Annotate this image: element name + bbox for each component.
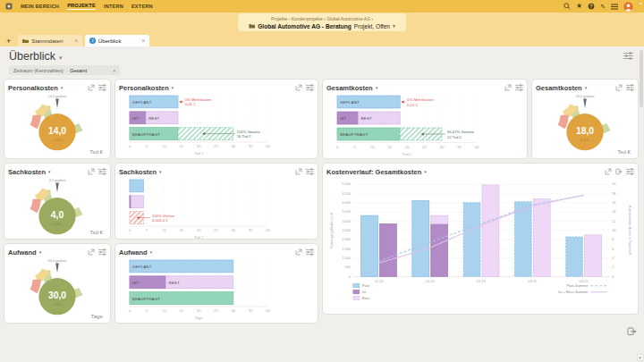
personalkosten-gauge-title[interactable]: Personalkosten▾: [8, 84, 63, 92]
nav-intern[interactable]: INTERN: [104, 4, 123, 9]
gauge-unit: Tsd €: [617, 148, 631, 155]
open-icon[interactable]: [88, 84, 95, 91]
open-icon[interactable]: [605, 168, 612, 175]
svg-text:66,67% Gewinn: 66,67% Gewinn: [447, 130, 475, 134]
svg-text:0,0%: 0,0%: [580, 138, 589, 142]
close-icon[interactable]: ×: [74, 38, 78, 44]
tab-stammdaten[interactable]: Stammdaten ×: [18, 35, 82, 46]
svg-text:Tage: Tage: [194, 316, 203, 320]
breadcrumb: Projekte › Kundenprojekte › Global Autom…: [238, 13, 406, 31]
svg-text:Kostengang (Balken) in €: Kostengang (Balken) in €: [330, 213, 334, 248]
help-icon[interactable]: ?: [588, 3, 595, 10]
open-icon[interactable]: [295, 168, 302, 175]
gauge-unit: Tage: [91, 313, 103, 319]
svg-text:BEAUFTRAGT: BEAUFTRAGT: [340, 132, 369, 137]
nav-projekte[interactable]: PROJEKTE: [67, 3, 96, 10]
chevron-down-icon: ▾: [172, 85, 174, 90]
svg-text:12.24: 12.24: [374, 279, 384, 283]
gesamtkosten-bars-card: Gesamtkosten▾0510152025303540GEPLANT0% M…: [322, 79, 528, 159]
kostenverlauf-title[interactable]: Kostenverlauf: Gesamtkosten▾: [326, 168, 427, 176]
svg-text:30: 30: [231, 308, 235, 313]
new-tab-button[interactable]: +: [6, 37, 11, 46]
scrollbar-thumb[interactable]: [640, 50, 644, 107]
settings-icon[interactable]: [98, 84, 106, 91]
svg-text:IST: IST: [340, 116, 347, 121]
aufwand-gauge-title[interactable]: Aufwand▾: [8, 248, 41, 257]
tab-ueberblick[interactable]: i Überblick ×: [85, 35, 149, 46]
svg-text:2.000: 2.000: [342, 238, 350, 241]
period-filter[interactable]: Zeitraum (Kennzahlen) Gesamt ▾: [9, 65, 120, 75]
settings-icon[interactable]: [306, 84, 314, 91]
search-icon[interactable]: [564, 3, 571, 10]
settings-icon[interactable]: [626, 84, 634, 91]
settings-icon[interactable]: [306, 248, 314, 256]
svg-text:12 Tsd €: 12 Tsd €: [447, 135, 462, 139]
dashboard-settings-icon[interactable]: [623, 52, 633, 60]
open-icon[interactable]: [504, 84, 512, 91]
svg-text:18,0 geplant: 18,0 geplant: [576, 95, 596, 98]
svg-text:40: 40: [475, 145, 479, 149]
gesamtkosten-gauge-title[interactable]: Gesamtkosten▾: [536, 84, 587, 92]
svg-text:20: 20: [197, 308, 201, 313]
user-avatar[interactable]: [623, 2, 633, 12]
gauge-unit: Tsd €: [89, 148, 103, 155]
open-icon[interactable]: [295, 248, 302, 256]
svg-text:25: 25: [214, 308, 218, 313]
nav-extern[interactable]: EXTERN: [131, 4, 153, 9]
svg-text:100% Verlust: 100% Verlust: [152, 214, 175, 218]
svg-text:10: 10: [370, 145, 375, 149]
settings-icon[interactable]: [306, 168, 314, 175]
settings-icon[interactable]: [515, 84, 523, 91]
chevron-down-icon[interactable]: ▾: [59, 55, 63, 62]
app-window: MEIN BEREICH PROJEKTE INTERN EXTERN ★ ? …: [0, 0, 644, 362]
personalkosten-bars-title[interactable]: Personalkosten▾: [119, 84, 174, 92]
breadcrumb-trail[interactable]: Projekte › Kundenprojekte › Global Autom…: [249, 16, 395, 21]
svg-text:0,0%: 0,0%: [53, 138, 62, 142]
chevron-down-icon: ▾: [376, 85, 378, 90]
svg-text:10: 10: [162, 308, 166, 313]
chevron-down-icon: ▾: [150, 249, 153, 255]
menu-icon[interactable]: [611, 4, 618, 10]
svg-text:35: 35: [457, 145, 462, 149]
svg-text:REST: REST: [360, 116, 372, 121]
gesamtkosten-bars-title[interactable]: Gesamtkosten▾: [326, 84, 377, 92]
settings-icon[interactable]: [98, 248, 106, 256]
chevron-down-icon: ▾: [159, 169, 162, 174]
svg-text:0: 0: [336, 145, 339, 149]
project-title[interactable]: Global Automotive AG - Beratung Projekt,…: [249, 23, 395, 29]
svg-text:25: 25: [214, 144, 218, 148]
chevron-down-icon[interactable]: ▾: [393, 23, 395, 29]
svg-text:GEPLANT: GEPLANT: [132, 265, 152, 269]
scroll-down-icon[interactable]: ▾: [637, 354, 644, 361]
card-title-text: Gesamtkosten: [326, 84, 373, 92]
aufwand-gauge-card: Aufwand▾Tage30,0 geplant30,00,0%: [4, 243, 111, 324]
page-title[interactable]: Überblick ▾: [9, 50, 63, 63]
open-icon[interactable]: [295, 84, 302, 91]
vertical-scrollbar[interactable]: ▴ ▾: [638, 0, 644, 362]
sachkosten-bars-title[interactable]: Sachkosten▾: [119, 168, 162, 176]
export-icon[interactable]: [615, 168, 623, 175]
svg-text:Plan: Plan: [362, 283, 370, 288]
scroll-up-icon[interactable]: ▴: [639, 0, 644, 5]
export-icon[interactable]: [627, 326, 637, 336]
app-logo: [5, 3, 13, 10]
open-icon[interactable]: [88, 168, 95, 175]
edit-icon[interactable]: ✎: [600, 4, 606, 10]
star-icon[interactable]: ★: [576, 3, 582, 10]
aufwand-bars-title[interactable]: Aufwand▾: [119, 248, 152, 257]
project-name: Global Automotive AG - Beratung: [258, 23, 352, 29]
card-title-text: Aufwand: [119, 248, 148, 257]
sachkosten-gauge-title[interactable]: Sachkosten▾: [8, 168, 51, 176]
close-icon[interactable]: ×: [141, 38, 145, 44]
svg-text:15: 15: [387, 145, 392, 149]
svg-text:GEPLANT: GEPLANT: [132, 100, 152, 105]
info-icon: i: [89, 38, 96, 44]
svg-text:5: 5: [146, 144, 148, 148]
personalkosten-gauge-card: Personalkosten▾Tsd €14,0 geplant14,00,0%: [4, 79, 111, 159]
settings-icon[interactable]: [98, 168, 106, 175]
svg-text:4,0 geplant: 4,0 geplant: [49, 179, 67, 182]
open-icon[interactable]: [615, 84, 623, 91]
settings-icon[interactable]: [626, 168, 634, 175]
nav-mein-bereich[interactable]: MEIN BEREICH: [21, 4, 59, 9]
open-icon[interactable]: [88, 248, 95, 256]
